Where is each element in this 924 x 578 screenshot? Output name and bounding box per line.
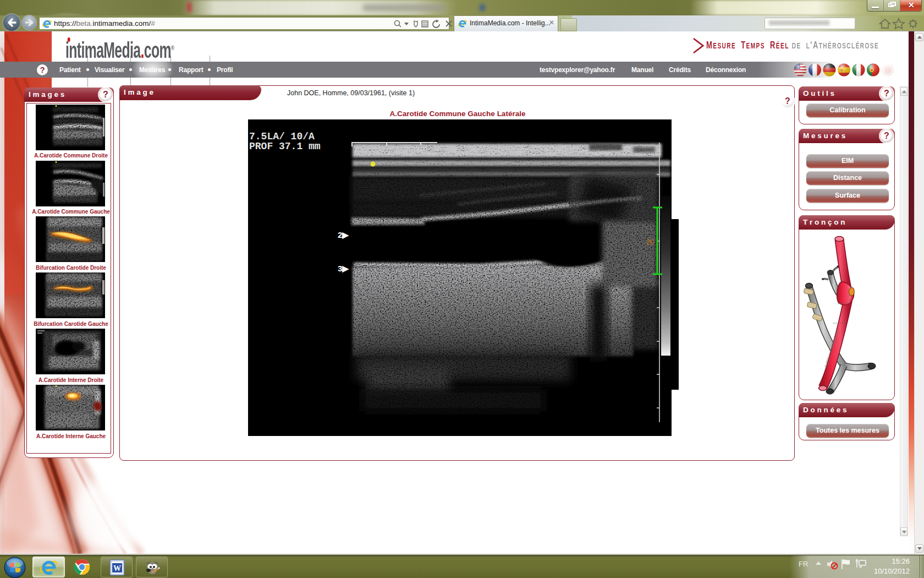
svg-text:PROF 37.1 mm: PROF 37.1 mm	[249, 141, 321, 152]
svg-text:2▶: 2▶	[338, 230, 349, 239]
svg-text:20: 20	[646, 238, 654, 246]
svg-text:7.5LA/ 10/A: 7.5LA/ 10/A	[249, 131, 315, 142]
svg-text:3▶: 3▶	[338, 264, 349, 273]
svg-text:W: W	[113, 564, 121, 572]
